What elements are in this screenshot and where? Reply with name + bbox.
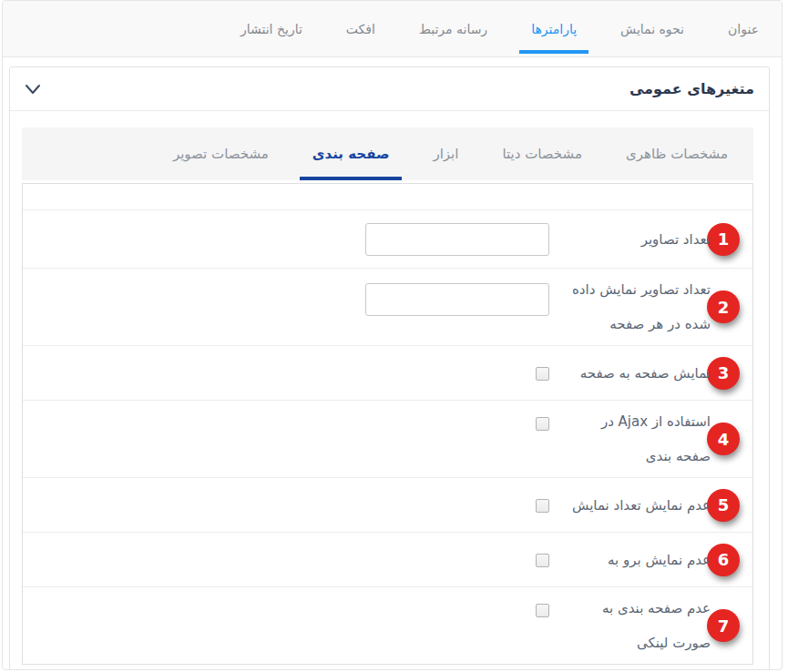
tab-0[interactable]: عنوان <box>716 1 771 56</box>
field-label: نمایش صفحه به صفحه <box>572 356 711 391</box>
control-slot <box>365 283 549 316</box>
general-variables-panel: متغیرهای عمومی مشخصات ظاهری مشخصات دیتا … <box>9 66 770 670</box>
field-label: تعداد تصاویر <box>572 222 711 257</box>
step-number-badge: 1 <box>707 223 740 256</box>
field-label: عدم نمایش تعداد نمایش <box>572 488 711 523</box>
form-row: 5 عدم نمایش تعداد نمایش <box>23 478 752 533</box>
form-row: 6 عدم نمایش برو به <box>23 533 752 587</box>
control-slot <box>365 602 549 617</box>
panel-header[interactable]: متغیرهای عمومی <box>10 67 769 111</box>
pagination-form: 1 تعداد تصاویر 2 تعداد تصاویر نمایش داده… <box>22 183 753 665</box>
tab-1[interactable]: نحوه نمایش <box>609 1 696 56</box>
field-label: تعداد تصاویر نمایش داده شده در هر صفحه <box>572 272 711 341</box>
text-input-2[interactable] <box>365 283 549 316</box>
control-slot <box>365 223 549 256</box>
field-label: عدم صفحه بندی به صورت لینکی <box>572 591 711 660</box>
control-slot <box>365 552 549 567</box>
text-input-1[interactable] <box>365 223 549 256</box>
checkbox-4[interactable] <box>536 417 549 431</box>
form-row: 3 نمایش صفحه به صفحه <box>23 346 752 401</box>
inner-tab-3[interactable]: صفحه بندی <box>300 127 403 180</box>
page-card: عنوان نحوه نمایش پارامترها رسانه مرتبط ا… <box>2 0 783 670</box>
form-rows: 1 تعداد تصاویر 2 تعداد تصاویر نمایش داده… <box>23 210 752 664</box>
inner-tab-1[interactable]: مشخصات دیتا <box>489 127 595 180</box>
top-tabs: عنوان نحوه نمایش پارامترها رسانه مرتبط ا… <box>3 1 782 57</box>
checkbox-5[interactable] <box>536 499 549 513</box>
step-number-badge: 5 <box>707 489 740 522</box>
tab-5[interactable]: تاریخ انتشار <box>229 1 314 56</box>
inner-tab-0[interactable]: مشخصات ظاهری <box>613 127 741 180</box>
control-slot <box>365 365 549 381</box>
field-label: استفاده از Ajax در صفحه بندی <box>572 404 711 473</box>
checkbox-7[interactable] <box>536 604 549 617</box>
control-slot <box>365 415 549 431</box>
step-number-badge: 7 <box>707 609 740 642</box>
field-label: عدم نمایش برو به <box>572 543 711 577</box>
form-row: 1 تعداد تصاویر <box>23 210 752 269</box>
form-row: 7 عدم صفحه بندی به صورت لینکی <box>23 587 752 664</box>
inner-tab-2[interactable]: ابزار <box>420 127 471 180</box>
empty-row <box>23 184 752 210</box>
step-number-badge: 2 <box>707 290 740 323</box>
inner-tabs: مشخصات ظاهری مشخصات دیتا ابزار صفحه بندی… <box>22 127 753 180</box>
inner-tab-4[interactable]: مشخصات تصویر <box>160 127 281 180</box>
checkbox-6[interactable] <box>536 554 549 567</box>
panel-body: مشخصات ظاهری مشخصات دیتا ابزار صفحه بندی… <box>10 111 769 670</box>
panel-title: متغیرهای عمومی <box>629 80 754 97</box>
checkbox-3[interactable] <box>536 367 549 381</box>
chevron-down-icon[interactable] <box>25 83 41 96</box>
tab-4[interactable]: افکت <box>334 1 387 56</box>
step-number-badge: 3 <box>707 357 740 390</box>
form-row: 2 تعداد تصاویر نمایش داده شده در هر صفحه <box>23 269 752 346</box>
form-row: 4 استفاده از Ajax در صفحه بندی <box>23 401 752 478</box>
step-number-badge: 6 <box>707 544 740 576</box>
control-slot <box>365 497 549 513</box>
tab-3[interactable]: رسانه مرتبط <box>407 1 499 56</box>
step-number-badge: 4 <box>707 423 740 455</box>
tab-2[interactable]: پارامترها <box>519 1 588 56</box>
